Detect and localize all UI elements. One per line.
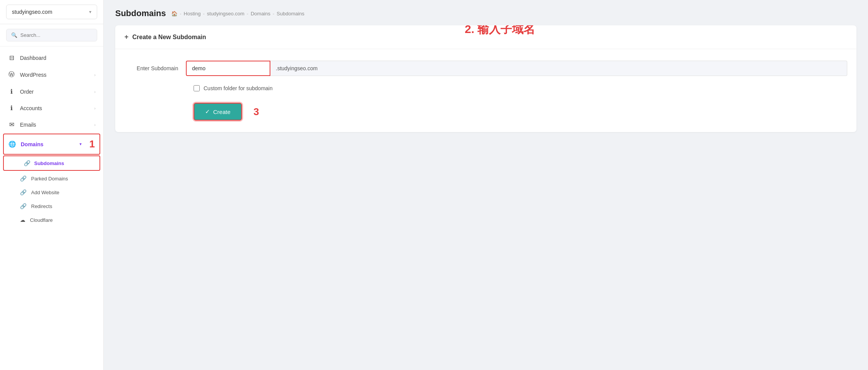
sidebar-item-label-redirects: Redirects [31, 203, 52, 209]
sidebar-item-redirects[interactable]: 🔗 Redirects [0, 199, 103, 213]
breadcrumb-site: studyingseo.com [207, 11, 245, 17]
sidebar: studyingseo.com ▾ 🔍 ⊟ Dashboard Ⓦ WordPr… [0, 0, 104, 370]
subdomain-form-row: Enter Subdomain .studyingseo.com [124, 61, 847, 76]
sidebar-item-label-subdomains: Subdomains [34, 160, 64, 166]
dashboard-icon: ⊟ [8, 54, 15, 61]
card-header: + Create a New Subdomain 2. 输入子域名 [115, 25, 856, 49]
sidebar-item-label-emails: Emails [20, 122, 36, 128]
search-input[interactable] [20, 32, 92, 38]
sidebar-item-cloudflare[interactable]: ☁ Cloudflare [0, 213, 103, 227]
site-selector-chevron: ▾ [89, 9, 91, 15]
create-button-label: Create [213, 109, 230, 115]
page-title: Subdomains [115, 8, 166, 18]
breadcrumb-sep-3: - [247, 11, 248, 17]
sidebar-item-label-domains: Domains [21, 141, 43, 147]
btn-row: ✓ Create 3 [124, 103, 847, 121]
step2-annotation: 2. 输入子域名 [465, 25, 535, 37]
chevron-right-icon-order: › [94, 89, 96, 94]
card-body: Enter Subdomain .studyingseo.com Custom … [115, 49, 856, 132]
sidebar-item-domains[interactable]: 🌐 Domains ▾ 1 [3, 134, 100, 155]
content-area: + Create a New Subdomain 2. 输入子域名 Enter … [104, 25, 868, 144]
cloudflare-icon: ☁ [20, 217, 25, 223]
breadcrumb-hosting: Hosting [184, 11, 200, 17]
create-button[interactable]: ✓ Create [194, 103, 242, 121]
sidebar-item-label-dashboard: Dashboard [20, 55, 46, 61]
sidebar-item-subdomains[interactable]: 🔗 Subdomains [3, 155, 100, 171]
breadcrumb-subdomains: Subdomains [277, 11, 304, 17]
breadcrumb-home-icon: 🏠 [171, 11, 177, 17]
sidebar-item-label-add-website: Add Website [31, 190, 59, 195]
wordpress-icon: Ⓦ [8, 71, 15, 79]
accounts-icon: ℹ [8, 104, 15, 112]
sidebar-item-dashboard[interactable]: ⊟ Dashboard [0, 50, 103, 66]
custom-folder-row: Custom folder for subdomain [124, 85, 847, 91]
sidebar-item-label-accounts: Accounts [20, 105, 42, 111]
sidebar-item-label-cloudflare: Cloudflare [30, 217, 53, 223]
site-selector[interactable]: studyingseo.com ▾ [6, 5, 97, 19]
custom-folder-label: Custom folder for subdomain [204, 85, 273, 91]
sidebar-item-add-website[interactable]: 🔗 Add Website [0, 185, 103, 199]
search-input-wrap: 🔍 [6, 29, 97, 41]
nav-items: ⊟ Dashboard Ⓦ WordPress › ℹ Order › ℹ Ac… [0, 46, 103, 370]
sidebar-item-order[interactable]: ℹ Order › [0, 83, 103, 100]
add-website-icon: 🔗 [20, 189, 27, 195]
domains-chevron-icon: ▾ [80, 142, 82, 147]
custom-folder-checkbox[interactable] [194, 85, 200, 91]
chevron-right-icon: › [94, 73, 96, 77]
domains-sub-nav: 🔗 Subdomains 🔗 Parked Domains 🔗 Add Webs… [0, 155, 103, 227]
sidebar-item-emails[interactable]: ✉ Emails › [0, 116, 103, 133]
emails-icon: ✉ [8, 121, 15, 128]
subdomains-icon: 🔗 [24, 160, 30, 166]
breadcrumb-domains: Domains [251, 11, 270, 17]
breadcrumb-sep-1: - [180, 11, 181, 17]
site-selector-label: studyingseo.com [12, 9, 52, 15]
checkmark-icon: ✓ [205, 108, 210, 115]
subdomain-suffix: .studyingseo.com [270, 61, 847, 76]
main-content: Subdomains 🏠 - Hosting - studyingseo.com… [104, 0, 868, 370]
sidebar-item-label-order: Order [20, 89, 34, 95]
plus-icon: + [124, 33, 129, 41]
breadcrumb-sep-2: - [203, 11, 204, 17]
breadcrumb: 🏠 - Hosting - studyingseo.com - Domains … [171, 11, 305, 17]
search-icon: 🔍 [11, 32, 17, 38]
sidebar-item-label-parked-domains: Parked Domains [31, 176, 68, 182]
sidebar-item-label-wordpress: WordPress [20, 72, 46, 78]
redirects-icon: 🔗 [20, 203, 27, 209]
domains-icon: 🌐 [8, 140, 16, 148]
page-header: Subdomains 🏠 - Hosting - studyingseo.com… [104, 0, 868, 25]
step1-annotation: 1 [89, 138, 95, 150]
sidebar-item-parked-domains[interactable]: 🔗 Parked Domains [0, 172, 103, 185]
site-selector-wrapper: studyingseo.com ▾ [0, 0, 103, 24]
order-icon: ℹ [8, 88, 15, 95]
sidebar-item-wordpress[interactable]: Ⓦ WordPress › [0, 66, 103, 83]
subdomain-input[interactable] [186, 61, 270, 76]
sidebar-item-accounts[interactable]: ℹ Accounts › [0, 100, 103, 116]
chevron-right-icon-accounts: › [94, 106, 96, 111]
create-subdomain-card: + Create a New Subdomain 2. 输入子域名 Enter … [115, 25, 856, 132]
parked-domains-icon: 🔗 [20, 175, 27, 182]
card-header-title: Create a New Subdomain [133, 34, 206, 41]
search-box: 🔍 [0, 24, 103, 46]
subdomain-form-label: Enter Subdomain [124, 65, 186, 71]
chevron-right-icon-emails: › [94, 122, 96, 127]
breadcrumb-sep-4: - [273, 11, 274, 17]
step3-annotation: 3 [253, 106, 259, 118]
subdomain-input-group: .studyingseo.com [186, 61, 847, 76]
